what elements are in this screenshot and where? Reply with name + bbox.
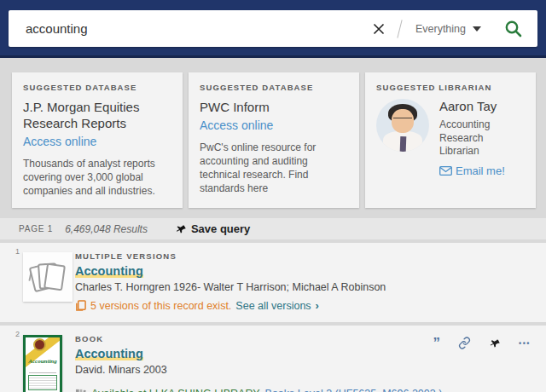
- stacked-records-icon: [23, 252, 73, 302]
- cover-title: Accounting: [26, 358, 60, 365]
- close-icon: [372, 22, 386, 36]
- access-online-link[interactable]: Access online: [23, 135, 96, 148]
- save-query-button[interactable]: Save query: [175, 222, 250, 235]
- save-query-label: Save query: [191, 222, 250, 235]
- pin-icon: [173, 222, 188, 236]
- versions-icon: [75, 300, 86, 311]
- database-title: J.P. Morgan Equities Research Reports: [23, 100, 171, 132]
- suggested-librarian-card: SUGGESTED LIBRARIAN Aaron Tay Accounting…: [365, 72, 536, 208]
- librarian-role: Accounting Research Librarian: [439, 118, 525, 159]
- search-scope-dropdown[interactable]: Everything: [410, 20, 486, 38]
- divider: [397, 20, 402, 38]
- see-all-versions-link[interactable]: See all versions: [235, 300, 311, 312]
- result-number: 2: [15, 330, 20, 338]
- database-description: Thousands of analyst reports covering ov…: [23, 157, 171, 199]
- more-actions-button[interactable]: •••: [519, 339, 531, 348]
- permalink-button[interactable]: [458, 337, 471, 349]
- database-title: PWC Inform: [200, 100, 348, 116]
- record-byline: Charles T. Horngren 1926- Walter T Harri…: [75, 281, 534, 293]
- record-title-link[interactable]: Accounting: [75, 264, 143, 278]
- access-online-link[interactable]: Access online: [200, 118, 273, 132]
- book-cover-thumbnail[interactable]: Accounting: [23, 335, 62, 392]
- chevron-right-icon: ›: [316, 299, 319, 312]
- search-bar: Everything: [9, 10, 537, 47]
- clear-search-button[interactable]: [369, 19, 389, 39]
- availability-link[interactable]: Available at LI KA SHING LIBRARY: [91, 388, 260, 392]
- pin-record-button[interactable]: [489, 337, 501, 349]
- card-label: SUGGESTED DATABASE: [200, 83, 348, 92]
- quote-icon: ”: [433, 336, 441, 350]
- envelope-icon: [439, 166, 452, 176]
- result-row-2: 2 Accounting BOOK Accounting David. Mina…: [0, 326, 546, 392]
- email-me-label: Email me!: [456, 164, 505, 177]
- search-button[interactable]: [495, 17, 527, 41]
- suggested-database-card-pwc: SUGGESTED DATABASE PWC Inform Access onl…: [189, 72, 359, 208]
- page-indicator: PAGE 1: [19, 224, 53, 233]
- record-byline: David. Minars 2003: [75, 364, 534, 376]
- search-input[interactable]: [9, 21, 369, 36]
- link-icon: [458, 337, 471, 349]
- result-number: 1: [15, 247, 20, 256]
- pin-icon: [487, 336, 502, 351]
- book-icon: [75, 389, 86, 392]
- search-icon: [503, 19, 524, 39]
- results-toolbar: PAGE 1 6,469,048 Results Save query: [0, 218, 546, 239]
- location-link[interactable]: Books Level 3 (HF5635 .M696 2003 ): [265, 388, 443, 392]
- chevron-right-icon: ›: [447, 387, 450, 392]
- record-type-label: MULTIPLE VERSIONS: [75, 251, 534, 261]
- card-label: SUGGESTED LIBRARIAN: [376, 83, 525, 92]
- top-header: Everything: [0, 0, 546, 58]
- chevron-down-icon: [473, 26, 481, 32]
- suggested-database-card-jpmorgan: SUGGESTED DATABASE J.P. Morgan Equities …: [12, 72, 183, 208]
- multiple-versions-thumbnail[interactable]: [23, 252, 73, 302]
- librarian-avatar: [376, 99, 429, 152]
- card-label: SUGGESTED DATABASE: [23, 83, 171, 92]
- citation-button[interactable]: ”: [433, 336, 441, 350]
- scope-label: Everything: [415, 23, 466, 35]
- database-description: PwC's online resource for accounting and…: [200, 141, 348, 196]
- results-count: 6,469,048 Results: [65, 223, 148, 235]
- librarian-name: Aaron Tay: [439, 99, 525, 113]
- record-title-link[interactable]: Accounting: [75, 347, 143, 360]
- email-me-link[interactable]: Email me!: [439, 164, 525, 177]
- versions-count-text: 5 versions of this record exist.: [90, 300, 231, 312]
- result-row-1: 1 MULTIPLE VERSIONS Accounting Charles T…: [0, 243, 546, 322]
- suggestions-section: SUGGESTED DATABASE J.P. Morgan Equities …: [0, 58, 546, 216]
- ellipsis-icon: •••: [519, 339, 531, 348]
